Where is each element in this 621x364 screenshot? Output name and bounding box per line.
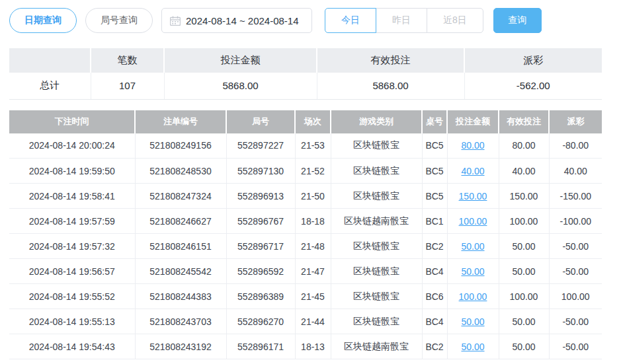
date-range-value: 2024-08-14 ~ 2024-08-14	[186, 15, 299, 26]
payout: -50.00	[549, 309, 602, 334]
table-row: 2024-08-14 19:57:59 521808246627 5528967…	[9, 209, 602, 234]
order-number: 521808246627	[135, 209, 226, 234]
round-number: 552896717	[226, 234, 295, 259]
round-number: 552896171	[226, 334, 295, 359]
valid-bet: 80.00	[499, 133, 549, 159]
bet-amount-link[interactable]: 50.00	[461, 316, 484, 327]
quick-range-group: 今日 昨日 近8日	[325, 8, 483, 33]
bet-amount-link[interactable]: 100.00	[459, 216, 487, 227]
bet-amount-cell: 100.00	[447, 284, 499, 309]
game-type: 区块链骰宝	[331, 133, 422, 159]
summary-header-payout: 派彩	[464, 48, 602, 73]
bet-amount-link[interactable]: 100.00	[459, 291, 487, 302]
date-range-input[interactable]: 2024-08-14 ~ 2024-08-14	[161, 8, 312, 33]
bet-time: 2024-08-14 19:55:52	[9, 284, 135, 309]
bet-amount-link[interactable]: 150.00	[459, 191, 487, 201]
bet-amount-link[interactable]: 40.00	[461, 166, 484, 176]
payout: -100.00	[549, 209, 602, 234]
bet-amount-cell: 50.00	[447, 234, 499, 259]
table-number: BC1	[422, 209, 447, 234]
game-type: 区块链越南骰宝	[331, 334, 422, 359]
valid-bet: 40.00	[499, 159, 549, 184]
order-number: 521808245542	[135, 259, 226, 284]
payout: -80.00	[549, 133, 602, 159]
payout: 40.00	[549, 159, 602, 184]
bet-time: 2024-08-14 19:58:41	[9, 184, 135, 209]
game-type: 区块链骰宝	[331, 259, 422, 284]
table-number: BC2	[422, 234, 447, 259]
game-type: 区块链骰宝	[331, 159, 422, 184]
valid-bet: 100.00	[499, 284, 549, 309]
session: 21-52	[295, 159, 331, 184]
bet-amount-link[interactable]: 50.00	[461, 342, 484, 352]
table-row: 2024-08-14 19:59:50 521808248530 5528971…	[9, 159, 602, 184]
round-number: 552896592	[226, 259, 295, 284]
round-number: 552897227	[226, 133, 295, 159]
bet-time: 2024-08-14 19:54:43	[9, 334, 135, 359]
bet-time: 2024-08-14 19:59:50	[9, 159, 135, 184]
bet-time: 2024-08-14 19:57:59	[9, 209, 135, 234]
column-header-table-number: 桌号	[422, 110, 447, 133]
calendar-icon	[170, 16, 181, 26]
bet-amount-link[interactable]: 80.00	[461, 140, 484, 151]
yesterday-button[interactable]: 昨日	[376, 8, 427, 33]
search-button[interactable]: 查询	[493, 8, 542, 33]
bet-amount-link[interactable]: 50.00	[461, 266, 484, 277]
session: 21-50	[295, 184, 331, 209]
order-number: 521808249156	[135, 133, 226, 159]
order-number: 521808243703	[135, 309, 226, 334]
table-number: BC5	[422, 184, 447, 209]
date-query-tab[interactable]: 日期查询	[9, 8, 77, 33]
table-row: 2024-08-14 19:55:52 521808244383 5528963…	[9, 284, 602, 309]
table-number: BC6	[422, 284, 447, 309]
bet-amount-cell: 100.00	[447, 209, 499, 234]
payout: -50.00	[549, 334, 602, 359]
bet-time: 2024-08-14 19:55:13	[9, 309, 135, 334]
bet-time: 2024-08-14 19:57:32	[9, 234, 135, 259]
table-number: BC2	[422, 334, 447, 359]
bet-amount-link[interactable]: 50.00	[461, 241, 484, 252]
bet-amount-cell: 50.00	[447, 334, 499, 359]
column-header-valid-bet: 有效投注	[499, 110, 549, 133]
table-row: 2024-08-14 19:54:43 521808243192 5528961…	[9, 334, 602, 359]
payout: -50.00	[549, 234, 602, 259]
game-type: 区块链骰宝	[331, 309, 422, 334]
column-header-bet-time: 下注时间	[9, 110, 135, 133]
game-type: 区块链骰宝	[331, 184, 422, 209]
column-header-bet-amount: 投注金额	[447, 110, 499, 133]
round-number: 552896270	[226, 309, 295, 334]
column-header-order-number: 注单编号	[135, 110, 226, 133]
payout: 100.00	[549, 284, 602, 309]
session: 21-48	[295, 234, 331, 259]
game-type: 区块链骰宝	[331, 234, 422, 259]
session: 21-53	[295, 133, 331, 159]
table-row: 2024-08-14 20:00:24 521808249156 5528972…	[9, 133, 602, 159]
order-number: 521808247324	[135, 184, 226, 209]
payout: -150.00	[549, 184, 602, 209]
table-row: 2024-08-14 19:58:41 521808247324 5528969…	[9, 184, 602, 209]
session: 18-18	[295, 209, 331, 234]
valid-bet: 50.00	[499, 309, 549, 334]
payout: -50.00	[549, 259, 602, 284]
valid-bet: 50.00	[499, 334, 549, 359]
summary-total-row: 总计 107 5868.00 5868.00 -562.00	[9, 73, 602, 99]
today-button[interactable]: 今日	[325, 8, 376, 33]
round-query-tab[interactable]: 局号查询	[85, 8, 153, 33]
order-number: 521808246151	[135, 234, 226, 259]
round-number: 552896767	[226, 209, 295, 234]
order-number: 521808243192	[135, 334, 226, 359]
last-8-days-button[interactable]: 近8日	[427, 8, 483, 33]
summary-header-count: 笔数	[91, 48, 164, 73]
order-number: 521808248530	[135, 159, 226, 184]
session: 18-13	[295, 334, 331, 359]
column-header-session: 场次	[295, 110, 331, 133]
game-type: 区块链越南骰宝	[331, 209, 422, 234]
round-number: 552897130	[226, 159, 295, 184]
valid-bet: 50.00	[499, 259, 549, 284]
column-header-payout: 派彩	[549, 110, 602, 133]
order-number: 521808244383	[135, 284, 226, 309]
summary-valid-bet-value: 5868.00	[317, 73, 464, 99]
table-number: BC5	[422, 133, 447, 159]
summary-count-value: 107	[91, 73, 164, 99]
table-number: BC4	[422, 309, 447, 334]
